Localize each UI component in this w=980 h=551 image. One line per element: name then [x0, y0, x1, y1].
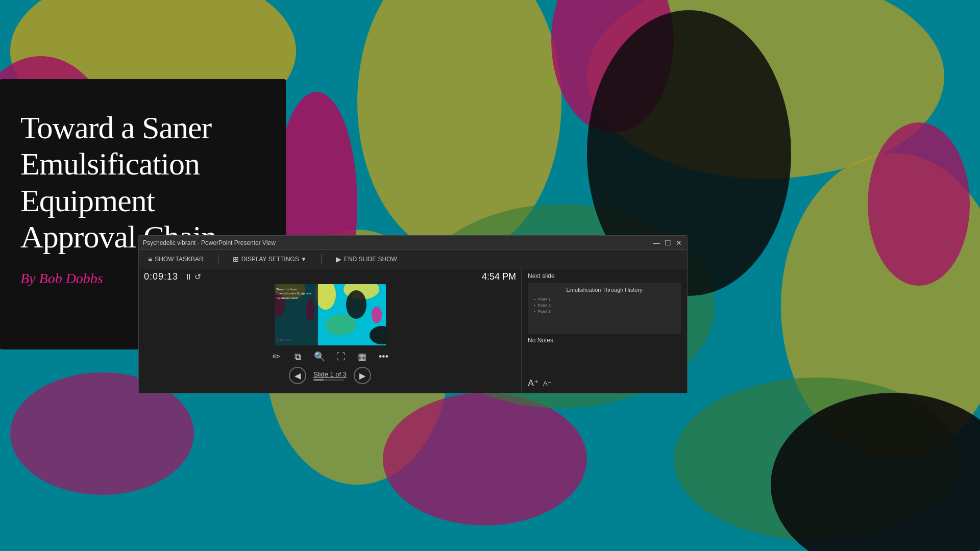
toolbar-divider-1	[218, 254, 218, 264]
slide-counter[interactable]: Slide 1 of 3	[313, 370, 347, 378]
minimize-button[interactable]: —	[652, 239, 660, 247]
display-settings-button[interactable]: ⊞ DISPLAY SETTINGS ▼	[231, 254, 309, 264]
pause-button[interactable]: ⏸	[184, 272, 192, 282]
slide-thumb-author: By Bob Dobbs	[277, 339, 292, 341]
bullet-3: Point 3	[533, 309, 676, 314]
toolbar-divider-2	[321, 254, 322, 264]
current-slide-panel: 0:09:13 ⏸ ↺ 4:54 PM	[139, 268, 522, 393]
timer-controls: ⏸ ↺	[184, 272, 201, 282]
pen-tool-button[interactable]: ✏	[268, 348, 285, 365]
timer-row: 0:09:13 ⏸ ↺ 4:54 PM	[144, 271, 516, 282]
show-taskbar-button[interactable]: ≡ SHOW TASKBAR	[146, 254, 206, 264]
search-tool-button[interactable]: 🔍	[311, 348, 328, 365]
end-slideshow-button[interactable]: ▶ END SLIDE SHOW	[334, 254, 399, 264]
more-tools-button[interactable]: •••	[376, 348, 392, 365]
close-button[interactable]: ✕	[675, 239, 683, 247]
slide-timer: 0:09:13	[144, 271, 178, 282]
window-title: Psychedelic vibrant - PowerPoint Present…	[143, 239, 276, 246]
next-slide-label: Next slide	[528, 272, 681, 280]
font-controls: A⁺ A⁻	[528, 378, 681, 389]
bullet-1: Point 1	[533, 297, 676, 302]
pointer-tool-button[interactable]: ⛶	[333, 348, 349, 365]
current-slide-thumbnail: Toward a Saner Emulsification Equipment …	[275, 284, 386, 345]
prev-slide-button[interactable]: ◀	[289, 367, 306, 384]
next-slide-thumbnail: Emulsification Through History Point 1 P…	[528, 283, 681, 334]
svg-point-25	[372, 307, 382, 323]
window-titlebar: Psychedelic vibrant - PowerPoint Present…	[139, 236, 687, 250]
end-slideshow-icon: ▶	[336, 255, 341, 263]
reset-button[interactable]: ↺	[194, 272, 201, 282]
slide-tools-row: ✏ ⧉ 🔍 ⛶ ▦ •••	[268, 348, 392, 365]
font-decrease-button[interactable]: A⁻	[543, 380, 551, 387]
slide-nav-row: ◀ Slide 1 of 3 ▶	[289, 367, 371, 384]
end-slideshow-label: END SLIDE SHOW	[344, 256, 397, 263]
font-increase-button[interactable]: A⁺	[528, 378, 539, 389]
window-controls: — ☐ ✕	[652, 239, 683, 247]
next-slide-title: Emulsification Through History	[533, 287, 676, 293]
next-slide-panel: Next slide Emulsification Through Histor…	[522, 268, 687, 393]
next-slide-button[interactable]: ▶	[354, 367, 371, 384]
svg-point-26	[326, 315, 356, 335]
slide-thumb-title: Toward a Saner Emulsification Equipment …	[277, 287, 313, 300]
next-slide-bullets: Point 1 Point 2 Point 3	[533, 297, 676, 314]
presenter-window: Psychedelic vibrant - PowerPoint Present…	[138, 235, 688, 393]
grid-tool-button[interactable]: ▦	[354, 348, 371, 365]
show-taskbar-label: SHOW TASKBAR	[155, 256, 204, 263]
presenter-body: 0:09:13 ⏸ ↺ 4:54 PM	[139, 268, 687, 393]
multi-tool-button[interactable]: ⧉	[290, 348, 306, 365]
slide-progress-bar	[313, 379, 344, 381]
svg-point-27	[346, 290, 366, 319]
main-slide-title: Toward a Saner Emulsification Equipment …	[20, 110, 265, 255]
toolbar: ≡ SHOW TASKBAR ⊞ DISPLAY SETTINGS ▼ ▶ EN…	[139, 250, 687, 268]
display-settings-icon: ⊞	[233, 255, 239, 263]
taskbar-icon: ≡	[148, 255, 152, 263]
notes-label: No Notes.	[528, 337, 681, 344]
slide-progress-fill	[313, 379, 324, 381]
bullet-2: Point 2	[533, 303, 676, 308]
maximize-button[interactable]: ☐	[664, 239, 672, 247]
clock-time: 4:54 PM	[482, 271, 516, 282]
display-settings-label: DISPLAY SETTINGS ▼	[241, 256, 307, 263]
